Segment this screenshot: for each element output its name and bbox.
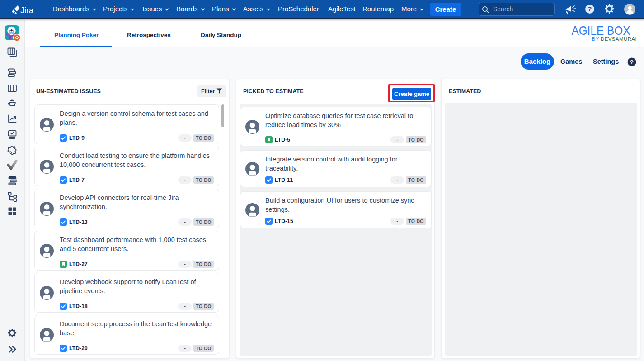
svg-text:?: ? bbox=[588, 5, 592, 13]
svg-text:?: ? bbox=[630, 59, 634, 66]
svg-text:Jira: Jira bbox=[20, 6, 34, 15]
